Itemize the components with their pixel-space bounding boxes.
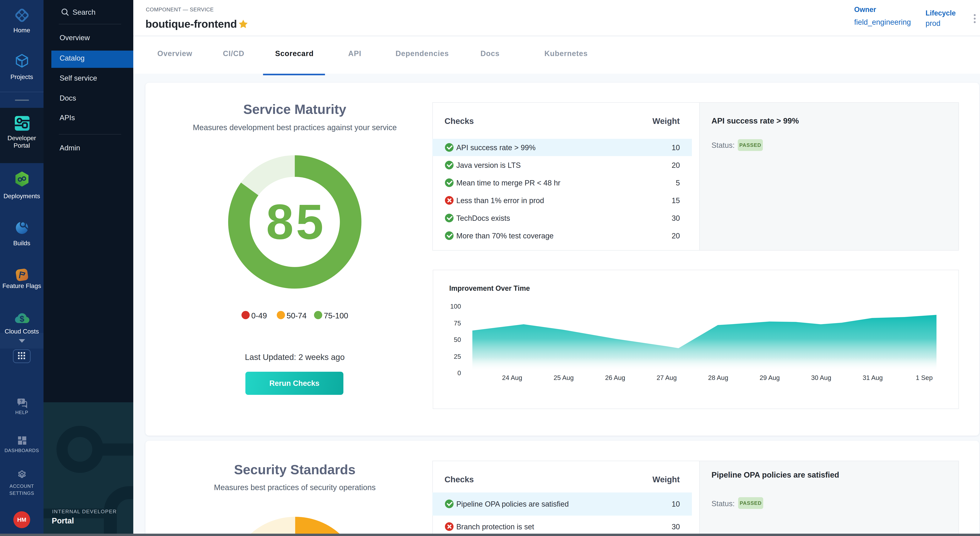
svg-text:$: $ <box>20 314 24 323</box>
svg-text:?: ? <box>20 399 22 404</box>
